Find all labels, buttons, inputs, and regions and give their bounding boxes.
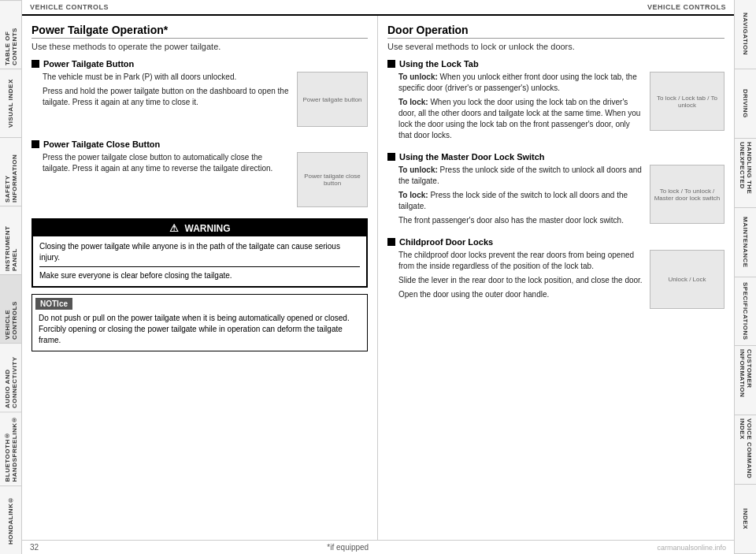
sidebar-tab-hondalink[interactable]: HONDALINK® — [0, 485, 21, 554]
subsection-label-ptb: Power Tailgate Button — [43, 59, 134, 69]
sidebar-tab-customer[interactable]: CUSTOMER INFORMATION — [735, 346, 756, 415]
right-column: Door Operation Use several methods to lo… — [378, 16, 734, 540]
notice-header: NOTIce — [35, 298, 72, 310]
subsection-header-ptcb: Power Tailgate Close Button — [32, 139, 368, 149]
sidebar-tab-voice-command[interactable]: VOICE COMMAND INDEX — [735, 415, 756, 485]
two-col-layout: Power Tailgate Operation* Use these meth… — [22, 16, 734, 540]
left-column: Power Tailgate Operation* Use these meth… — [22, 16, 378, 540]
sidebar-tab-index[interactable]: INDEX — [735, 485, 756, 554]
main-content: VEHICLE CONTROLS VEHICLE CONTROLS Power … — [22, 0, 734, 554]
bullet-icon-cp — [387, 238, 395, 246]
sidebar-tab-audio[interactable]: AUDIO AND CONNECTIVITY — [0, 343, 21, 411]
subsection-power-tailgate-close: Power Tailgate Close Button Power tailga… — [32, 139, 368, 212]
right-sidebar: NAVIGATION DRIVING HANDLING THE UNEXPECT… — [734, 0, 756, 554]
subsection-label-ml: Using the Master Door Lock Switch — [399, 152, 545, 162]
sidebar-tab-maintenance[interactable]: MAINTENANCE — [735, 208, 756, 277]
subsection-header-ml: Using the Master Door Lock Switch — [387, 152, 724, 162]
left-sidebar: TABLE OF CONTENTS VISUAL INDEX SAFETY IN… — [0, 0, 22, 554]
warning-line-1: Closing the power tailgate while anyone … — [39, 241, 360, 263]
warning-box: ⚠ WARNING Closing the power tailgate whi… — [32, 218, 368, 288]
header-right: VEHICLE CONTROLS — [647, 3, 726, 11]
img-label-lt: To lock / Lock tab / To unlock — [650, 95, 724, 109]
sidebar-tab-toc[interactable]: TABLE OF CONTENTS — [0, 0, 21, 69]
subsection-childproof: Childproof Door Locks Unlock / Lock The … — [387, 237, 724, 314]
subsection-power-tailgate-button: Power Tailgate Button Power tailgate but… — [32, 59, 368, 132]
sidebar-tab-vehicle-controls[interactable]: VEHICLE CONTROLS — [0, 274, 21, 343]
bullet-icon-lt — [387, 60, 395, 68]
img-label-cp: Unlock / Lock — [668, 276, 706, 283]
warning-triangle-icon: ⚠ — [169, 222, 179, 234]
childproof-image: Unlock / Lock — [650, 250, 724, 309]
subsection-header-ptb: Power Tailgate Button — [32, 59, 368, 69]
warning-header: ⚠ WARNING — [33, 220, 366, 236]
sidebar-tab-navigation[interactable]: NAVIGATION — [735, 0, 756, 69]
sidebar-tab-bluetooth[interactable]: BLUETOOTH® HANDSFREELINK® — [0, 411, 21, 485]
header-left: VEHICLE CONTROLS — [30, 3, 109, 11]
footer: 32 *if equipped carmanualsonline.info — [22, 540, 734, 554]
sidebar-tab-driving[interactable]: DRIVING — [735, 69, 756, 139]
sidebar-tab-specifications[interactable]: SPECIFICATIONS — [735, 277, 756, 347]
page-number: 32 — [30, 543, 39, 552]
sidebar-tab-safety[interactable]: SAFETY INFORMATION — [0, 137, 21, 206]
right-section-title: Door Operation — [387, 24, 724, 39]
master-lock-image: To lock / To unlock / Master door lock s… — [650, 165, 724, 224]
subsection-header-lt: Using the Lock Tab — [387, 59, 724, 69]
subsection-master-lock: Using the Master Door Lock Switch To loc… — [387, 152, 724, 229]
ml-prefix-1: To unlock: — [398, 165, 438, 174]
img-label-ml: To lock / To unlock / Master door lock s… — [650, 188, 724, 202]
subsection-lock-tab: Using the Lock Tab To lock / Lock tab / … — [387, 59, 724, 144]
subsection-label-cp: Childproof Door Locks — [399, 237, 493, 247]
top-header: VEHICLE CONTROLS VEHICLE CONTROLS — [22, 0, 734, 16]
left-section-subtitle: Use these methods to operate the power t… — [32, 42, 368, 51]
warning-divider — [39, 266, 360, 267]
lt-prefix-2: To lock: — [398, 98, 428, 106]
ml-text-2: Press the lock side of the switch to loc… — [398, 191, 628, 210]
lt-prefix-1: To unlock: — [398, 73, 438, 81]
img-label-ptcb: Power tailgate close button — [298, 173, 367, 187]
subsection-label-ptcb: Power Tailgate Close Button — [43, 139, 160, 149]
footnote: *if equipped — [327, 543, 369, 552]
subsection-label-lt: Using the Lock Tab — [399, 59, 479, 69]
watermark: carmanualsonline.info — [657, 544, 726, 552]
warning-body: Closing the power tailgate while anyone … — [33, 236, 366, 286]
warning-label: WARNING — [185, 223, 231, 234]
right-section-subtitle: Use several methods to lock or unlock th… — [387, 42, 724, 51]
notice-body: Do not push or pull on the power tailgat… — [32, 310, 367, 351]
lt-text-2: When you lock the door using the lock ta… — [398, 98, 640, 139]
warning-line-2: Make sure everyone is clear before closi… — [39, 270, 360, 281]
ml-prefix-2: To lock: — [398, 191, 428, 199]
bullet-icon-ml — [387, 153, 395, 161]
sidebar-tab-handling[interactable]: HANDLING THE UNEXPECTED — [735, 139, 756, 208]
notice-box: NOTIce Do not push or pull on the power … — [32, 294, 368, 351]
bullet-icon — [32, 60, 39, 68]
subsection-header-cp: Childproof Door Locks — [387, 237, 724, 247]
bullet-icon-2 — [32, 140, 39, 148]
power-tailgate-button-image: Power tailgate button — [297, 72, 368, 127]
power-tailgate-close-image: Power tailgate close button — [297, 152, 368, 207]
lock-tab-image: To lock / Lock tab / To unlock — [650, 72, 724, 131]
sidebar-tab-instrument[interactable]: INSTRUMENT PANEL — [0, 206, 21, 274]
sidebar-tab-visual-index[interactable]: VISUAL INDEX — [0, 69, 21, 137]
left-section-title: Power Tailgate Operation* — [32, 24, 368, 39]
img-label-ptb: Power tailgate button — [302, 96, 361, 103]
